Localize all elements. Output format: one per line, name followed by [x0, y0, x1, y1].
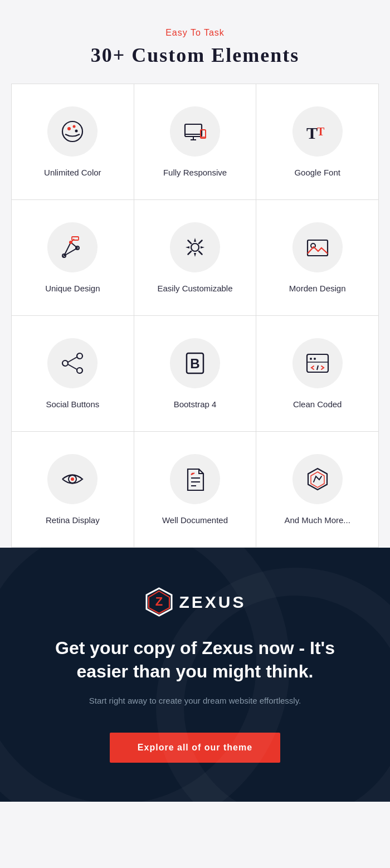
feature-cell-easily-customizable: Easily Customizable: [134, 200, 257, 316]
svg-rect-16: [72, 237, 79, 240]
and-much-more-icon: [292, 454, 343, 504]
unique-design-icon: [47, 222, 98, 272]
unlimited-color-label: Unlimited Color: [44, 168, 101, 177]
svg-point-29: [310, 358, 312, 360]
svg-point-30: [314, 358, 316, 360]
unlimited-color-icon: [47, 106, 98, 157]
well-documented-icon: [170, 454, 220, 504]
svg-rect-19: [308, 240, 328, 256]
feature-cell-bootstrap-4: B Bootstrap 4: [134, 316, 257, 432]
svg-line-32: [317, 365, 318, 370]
unique-design-label: Unique Design: [45, 284, 100, 293]
features-grid: Unlimited Color Fully Responsive T T Goo…: [11, 84, 379, 548]
social-buttons-icon: [47, 338, 98, 388]
explore-button[interactable]: Explore all of our theme: [110, 733, 280, 763]
brand-name: ZEXUS: [179, 593, 246, 612]
feature-cell-morden-design: Morden Design: [256, 200, 379, 316]
svg-marker-39: [311, 472, 324, 487]
svg-point-3: [75, 130, 78, 133]
retina-display-icon: [47, 454, 98, 504]
morden-design-icon: [292, 222, 343, 272]
retina-display-label: Retina Display: [46, 515, 100, 525]
svg-text:B: B: [190, 356, 199, 371]
svg-point-21: [77, 353, 82, 359]
svg-point-1: [67, 127, 71, 130]
google-font-icon: T T: [292, 106, 343, 157]
cta-subtext: Start right away to create your dream we…: [22, 694, 368, 708]
feature-cell-google-font: T T Google Font: [256, 84, 379, 200]
fully-responsive-icon: [170, 106, 220, 157]
clean-coded-icon: [292, 338, 343, 388]
section-subtitle: Easy To Task: [11, 28, 379, 38]
top-section: Easy To Task 30+ Custom Elements Unlimit…: [0, 0, 390, 548]
feature-cell-unlimited-color: Unlimited Color: [12, 84, 134, 200]
svg-line-24: [68, 357, 77, 362]
well-documented-label: Well Documented: [162, 515, 228, 525]
easily-customizable-label: Easily Customizable: [157, 284, 232, 293]
feature-cell-social-buttons: Social Buttons: [12, 316, 134, 432]
feature-cell-fully-responsive: Fully Responsive: [134, 84, 257, 200]
feature-cell-and-much-more: And Much More...: [256, 432, 379, 548]
svg-line-15: [71, 239, 74, 242]
svg-point-17: [191, 243, 199, 251]
svg-point-0: [62, 121, 82, 142]
morden-design-label: Morden Design: [289, 284, 346, 293]
cta-section: Z ZEXUS Get your copy of Zexus now - It'…: [0, 548, 390, 802]
svg-text:T: T: [317, 125, 325, 138]
google-font-label: Google Font: [294, 168, 340, 177]
svg-point-23: [77, 368, 82, 373]
svg-point-34: [71, 477, 74, 481]
svg-text:T: T: [306, 124, 318, 142]
section-title: 30+ Custom Elements: [11, 43, 379, 67]
brand-logo: Z ZEXUS: [22, 587, 368, 617]
feature-cell-clean-coded: Clean Coded: [256, 316, 379, 432]
feature-cell-retina-display: Retina Display: [12, 432, 134, 548]
brand-logo-icon: Z: [144, 587, 174, 617]
svg-line-25: [68, 364, 77, 369]
feature-cell-well-documented: Well Documented: [134, 432, 257, 548]
clean-coded-label: Clean Coded: [293, 399, 342, 409]
and-much-more-label: And Much More...: [284, 515, 350, 525]
easily-customizable-icon: [170, 222, 220, 272]
bootstrap-4-label: Bootstrap 4: [174, 399, 217, 409]
svg-point-22: [62, 360, 68, 366]
svg-point-2: [73, 125, 76, 128]
fully-responsive-label: Fully Responsive: [163, 168, 227, 177]
svg-text:Z: Z: [155, 594, 163, 608]
bootstrap-4-icon: B: [170, 338, 220, 388]
feature-cell-unique-design: Unique Design: [12, 200, 134, 316]
social-buttons-label: Social Buttons: [46, 399, 99, 409]
cta-headline: Get your copy of Zexus now - It's easier…: [50, 637, 340, 683]
